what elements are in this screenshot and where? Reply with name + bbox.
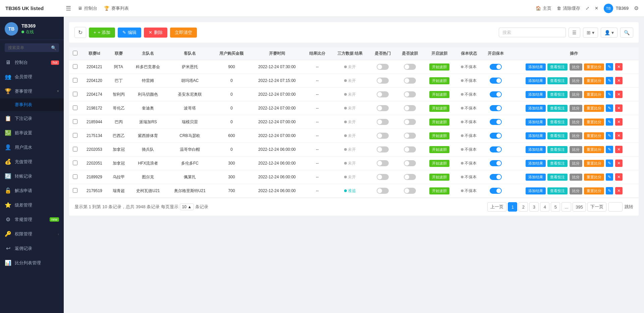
sidebar-search-icon[interactable]: 🔍 <box>51 45 56 50</box>
row-checkbox[interactable] <box>73 105 77 110</box>
row-checkbox[interactable] <box>73 64 77 69</box>
wave-status-btn[interactable]: 开始波胆 <box>429 146 449 153</box>
delete-row-btn[interactable]: ✕ <box>615 173 623 181</box>
handicap-toggle[interactable] <box>404 105 416 111</box>
add-result-btn[interactable]: 添加结果 <box>526 174 546 181</box>
edit-row-btn[interactable]: ✎ <box>606 63 613 71</box>
sidebar-item-unfreeze[interactable]: 🔓 解冻申请 <box>0 183 64 198</box>
wave-status-btn[interactable]: 开始波胆 <box>429 174 449 181</box>
wave-status-btn[interactable]: 开始波胆 <box>429 105 449 112</box>
reset-score-btn[interactable]: 重置比分 <box>584 187 604 194</box>
reset-score-btn[interactable]: 重置比分 <box>584 91 604 98</box>
sidebar-item-cashback[interactable]: ↩ 返佣记录 <box>0 241 64 256</box>
edit-row-btn[interactable]: ✎ <box>606 77 613 84</box>
delete-row-btn[interactable]: ✕ <box>615 160 623 167</box>
delete-row-btn[interactable]: ✕ <box>615 104 623 112</box>
score-btn[interactable]: 比分 <box>570 187 582 194</box>
score-btn[interactable]: 比分 <box>570 174 582 181</box>
topbar-user[interactable]: TB TB369 <box>604 4 629 13</box>
wave-status-btn[interactable]: 开始波胆 <box>429 63 449 71</box>
topbar-nav-dashboard[interactable]: 🖥 控制台 <box>78 5 97 11</box>
edit-row-btn[interactable]: ✎ <box>606 187 613 194</box>
view-bet-btn[interactable]: 查看投注 <box>547 132 568 139</box>
sidebar-item-transfer[interactable]: 🔄 转账记录 <box>0 169 64 183</box>
delete-row-btn[interactable]: ✕ <box>615 77 623 84</box>
prev-page-btn[interactable]: 上一页 <box>487 202 506 212</box>
add-result-btn[interactable]: 添加结果 <box>526 77 546 84</box>
sidebar-item-bets[interactable]: 📋 下注记录 <box>0 111 64 126</box>
page-btn-4[interactable]: 4 <box>540 202 549 212</box>
edit-row-btn[interactable]: ✎ <box>606 91 613 98</box>
handicap-toggle[interactable] <box>404 160 416 166</box>
row-checkbox[interactable] <box>73 147 77 151</box>
sidebar-item-flow[interactable]: 👤 用户流水 <box>0 140 64 154</box>
score-btn[interactable]: 比分 <box>570 63 582 71</box>
sidebar-item-recharge[interactable]: 💰 充值管理 <box>0 154 64 169</box>
hot-toggle[interactable] <box>377 119 389 125</box>
reset-score-btn[interactable]: 重置比分 <box>584 160 604 167</box>
reset-score-btn[interactable]: 重置比分 <box>584 132 604 139</box>
add-result-btn[interactable]: 添加结果 <box>526 160 546 167</box>
wave-status-btn[interactable]: 开始波胆 <box>429 160 449 167</box>
edit-button[interactable]: ✎ 编辑 <box>118 28 141 38</box>
sidebar-item-score[interactable]: 📊 比分列表管理 <box>0 256 64 270</box>
select-all-checkbox[interactable] <box>73 51 77 55</box>
topbar-close-btn[interactable]: ✕ <box>595 6 598 11</box>
row-checkbox[interactable] <box>73 188 77 193</box>
reset-score-btn[interactable]: 重置比分 <box>584 105 604 112</box>
protect-toggle[interactable] <box>490 174 502 180</box>
edit-row-btn[interactable]: ✎ <box>606 173 613 181</box>
sidebar-item-members[interactable]: 👥 会员管理 <box>0 70 64 84</box>
hot-toggle[interactable] <box>377 64 389 70</box>
delete-row-btn[interactable]: ✕ <box>615 63 623 71</box>
protect-toggle[interactable] <box>490 188 502 194</box>
add-button[interactable]: + + 添加 <box>89 28 115 38</box>
topbar-nav-matches[interactable]: 🏆 赛事列表 <box>104 5 129 11</box>
sidebar-item-matches[interactable]: 🏆 赛事管理 ▾ <box>0 84 64 98</box>
clear-button[interactable]: 立即清空 <box>170 28 197 38</box>
reset-score-btn[interactable]: 重置比分 <box>584 119 604 126</box>
menu-icon[interactable]: ☰ <box>66 5 71 12</box>
delete-button[interactable]: ✕ 删除 <box>144 28 167 38</box>
sidebar-item-general[interactable]: ⚙ 常规管理 new <box>0 212 64 227</box>
settings-icon[interactable]: ⚙ <box>634 5 639 11</box>
score-btn[interactable]: 比分 <box>570 160 582 167</box>
protect-toggle[interactable] <box>490 78 502 84</box>
view-bet-btn[interactable]: 查看投注 <box>547 160 568 167</box>
handicap-toggle[interactable] <box>404 133 416 139</box>
score-btn[interactable]: 比分 <box>570 146 582 153</box>
sidebar-item-odds[interactable]: 💹 赔率设置 <box>0 126 64 140</box>
protect-toggle[interactable] <box>490 91 502 97</box>
protect-toggle[interactable] <box>490 105 502 111</box>
delete-row-btn[interactable]: ✕ <box>615 91 623 98</box>
add-result-btn[interactable]: 添加结果 <box>526 187 546 194</box>
row-checkbox[interactable] <box>73 174 77 179</box>
score-btn[interactable]: 比分 <box>570 91 582 98</box>
wave-status-btn[interactable]: 开始波胆 <box>429 187 449 194</box>
score-btn[interactable]: 比分 <box>570 132 582 139</box>
score-btn[interactable]: 比分 <box>570 77 582 84</box>
add-result-btn[interactable]: 添加结果 <box>526 91 546 98</box>
add-result-btn[interactable]: 添加结果 <box>526 132 546 139</box>
hot-toggle[interactable] <box>377 188 389 194</box>
edit-row-btn[interactable]: ✎ <box>606 132 613 139</box>
wave-status-btn[interactable]: 开始波胆 <box>429 77 449 84</box>
handicap-toggle[interactable] <box>404 64 416 70</box>
refresh-button[interactable]: ↻ <box>74 27 86 38</box>
row-checkbox[interactable] <box>73 119 77 124</box>
hot-toggle[interactable] <box>377 174 389 180</box>
protect-toggle[interactable] <box>490 133 502 139</box>
reset-score-btn[interactable]: 重置比分 <box>584 77 604 84</box>
page-btn-395[interactable]: 395 <box>573 202 586 212</box>
protect-toggle[interactable] <box>490 119 502 125</box>
view-bet-btn[interactable]: 查看投注 <box>547 174 568 181</box>
handicap-toggle[interactable] <box>404 78 416 84</box>
view-bet-btn[interactable]: 查看投注 <box>547 91 568 98</box>
row-checkbox[interactable] <box>73 92 77 96</box>
view-bet-btn[interactable]: 查看投注 <box>547 119 568 126</box>
page-btn-2[interactable]: 2 <box>519 202 528 212</box>
sidebar-item-level[interactable]: ⭐ 级差管理 <box>0 198 64 212</box>
page-btn-3[interactable]: 3 <box>529 202 539 212</box>
view-list-btn[interactable]: ☰ <box>569 28 580 38</box>
delete-row-btn[interactable]: ✕ <box>615 146 623 153</box>
